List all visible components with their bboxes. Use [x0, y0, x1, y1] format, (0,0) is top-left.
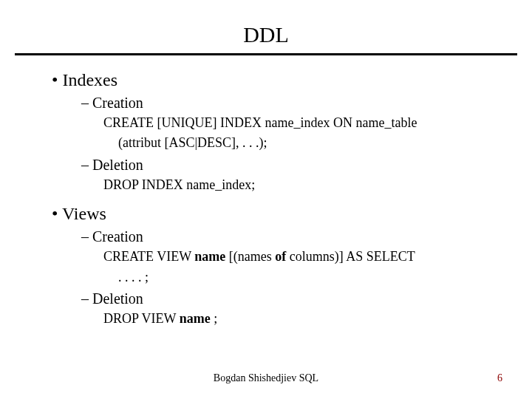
code-bold: name — [180, 311, 211, 326]
section-heading-text: Indexes — [62, 70, 117, 89]
code-text: [(names — [225, 249, 275, 264]
code-text: DROP VIEW — [103, 311, 180, 326]
code-text: columns)] AS SELECT — [290, 249, 415, 264]
code-line: . . . . ; — [118, 269, 495, 286]
code-bold: of — [275, 249, 290, 264]
page-number: 6 — [497, 372, 502, 384]
code-text: CREATE VIEW — [103, 249, 194, 264]
code-text: ; — [211, 311, 218, 326]
section-heading-views: • Views — [52, 204, 495, 224]
footer-author: Bogdan Shishedjiev SQL — [0, 372, 532, 384]
horizontal-rule — [15, 53, 517, 55]
section-heading-text: Views — [62, 204, 106, 223]
code-line: (attribut [ASC|DESC], . . .); — [118, 134, 495, 151]
section-heading-indexes: • Indexes — [52, 70, 495, 90]
code-bold: name — [194, 249, 225, 264]
code-line: CREATE [UNIQUE] INDEX name_index ON name… — [103, 115, 495, 132]
subitem-deletion-views: – Deletion — [81, 290, 495, 307]
subitem-creation-indexes: – Creation — [81, 95, 495, 112]
subitem-deletion-indexes: – Deletion — [81, 157, 495, 174]
subitem-label: Creation — [92, 95, 143, 111]
code-line: DROP VIEW name ; — [103, 310, 495, 327]
subitem-label: Creation — [92, 228, 143, 245]
subitem-label: Deletion — [92, 157, 143, 173]
subitem-label: Deletion — [92, 290, 143, 307]
code-line: CREATE VIEW name [(names of columns)] AS… — [103, 248, 495, 265]
subitem-creation-views: – Creation — [81, 228, 495, 245]
code-line: DROP INDEX name_index; — [103, 177, 495, 194]
slide-title: DDL — [37, 22, 495, 47]
